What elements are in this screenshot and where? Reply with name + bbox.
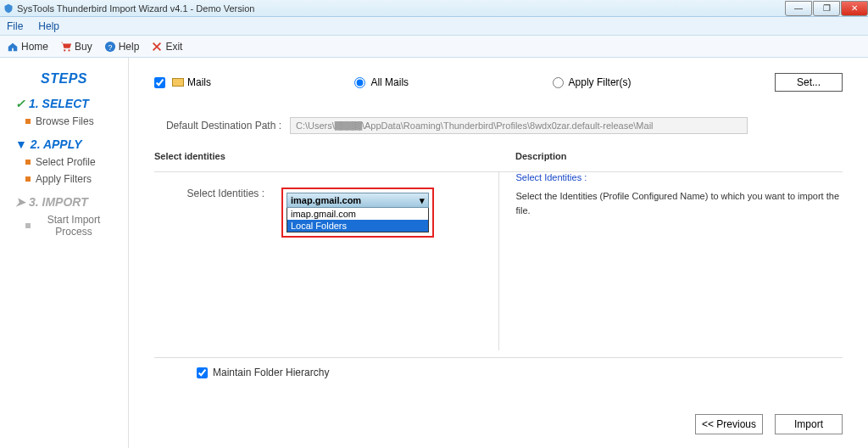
scope-radio-filter[interactable]: Apply Filter(s) bbox=[553, 76, 632, 88]
menu-file[interactable]: File bbox=[7, 20, 23, 32]
content-area: STEPS ✓1. SELECT Browse Files ▼2. APPLY … bbox=[0, 58, 868, 448]
destination-path-field bbox=[290, 117, 748, 134]
arrow-icon: ➤ bbox=[15, 195, 25, 209]
toolbar-home-label: Home bbox=[21, 41, 48, 53]
step-3: ➤3. IMPORT Start Import Process bbox=[0, 195, 128, 238]
mails-checkbox-group: Mails bbox=[154, 76, 211, 88]
exit-icon bbox=[151, 41, 163, 53]
cart-icon bbox=[60, 41, 72, 53]
app-icon bbox=[3, 3, 14, 14]
minimize-button[interactable]: — bbox=[785, 1, 812, 16]
set-button[interactable]: Set... bbox=[775, 73, 843, 92]
identities-dropdown-highlight: imap.gmail.com ▾ imap.gmail.com Local Fo… bbox=[281, 188, 434, 238]
options-row: Mails All Mails Apply Filter(s) Set... bbox=[154, 73, 843, 92]
destination-label: Default Destination Path : bbox=[154, 120, 290, 132]
previous-button[interactable]: << Previous bbox=[695, 414, 763, 434]
home-icon bbox=[7, 41, 19, 53]
identities-dropdown[interactable]: imap.gmail.com ▾ bbox=[287, 193, 429, 208]
destination-row: Default Destination Path : bbox=[154, 117, 843, 134]
apply-filter-radio[interactable] bbox=[553, 77, 564, 88]
select-identities-label: Select Identities : bbox=[154, 188, 281, 199]
titlebar: SysTools Thunderbird Import Wizard v4.1 … bbox=[0, 0, 868, 17]
step-2-sub-profile[interactable]: Select Profile bbox=[25, 156, 128, 168]
toolbar-help[interactable]: ? Help bbox=[104, 41, 140, 53]
dropdown-option-imap[interactable]: imap.gmail.com bbox=[287, 208, 428, 220]
step-1: ✓1. SELECT Browse Files bbox=[0, 97, 128, 127]
description-title: Select Identities : bbox=[516, 172, 843, 182]
scope-radio-all[interactable]: All Mails bbox=[354, 76, 409, 88]
toolbar-buy-label: Buy bbox=[75, 41, 92, 53]
maximize-button[interactable]: ❐ bbox=[813, 1, 840, 16]
mails-label: Mails bbox=[187, 76, 211, 88]
toolbar-home[interactable]: Home bbox=[7, 41, 48, 53]
bullet-icon bbox=[25, 160, 31, 165]
bullet-icon bbox=[25, 223, 31, 228]
mails-checkbox[interactable] bbox=[154, 77, 165, 88]
check-icon: ✓ bbox=[15, 97, 25, 110]
apply-filter-label: Apply Filter(s) bbox=[569, 76, 632, 88]
identities-pane: Select Identities : imap.gmail.com ▾ ima… bbox=[154, 172, 481, 350]
step-2-sub-filters[interactable]: Apply Filters bbox=[25, 173, 128, 185]
select-identities-row: Select Identities : imap.gmail.com ▾ ima… bbox=[154, 188, 481, 238]
identities-dropdown-list: imap.gmail.com Local Folders bbox=[287, 208, 429, 232]
bullet-icon bbox=[25, 119, 31, 124]
toolbar: Home Buy ? Help Exit bbox=[0, 36, 868, 58]
toolbar-exit[interactable]: Exit bbox=[151, 41, 182, 53]
step-1-title: ✓1. SELECT bbox=[15, 97, 128, 110]
step-2: ▼2. APPLY Select Profile Apply Filters bbox=[0, 137, 128, 185]
chevron-down-icon: ▾ bbox=[420, 195, 425, 206]
svg-text:?: ? bbox=[108, 42, 112, 51]
svg-point-1 bbox=[68, 49, 70, 51]
step-1-sub-browse[interactable]: Browse Files bbox=[25, 115, 128, 127]
steps-sidebar: STEPS ✓1. SELECT Browse Files ▼2. APPLY … bbox=[0, 58, 129, 448]
bullet-icon bbox=[25, 176, 31, 182]
maintain-hierarchy-label: Maintain Folder Hierarchy bbox=[213, 367, 329, 378]
separator bbox=[154, 357, 843, 358]
toolbar-exit-label: Exit bbox=[165, 41, 182, 53]
help-icon: ? bbox=[104, 41, 116, 53]
panes: Select Identities : imap.gmail.com ▾ ima… bbox=[154, 172, 843, 350]
all-mails-radio[interactable] bbox=[354, 77, 365, 88]
description-legend: Description bbox=[498, 151, 843, 161]
menu-help[interactable]: Help bbox=[38, 20, 59, 32]
svg-point-0 bbox=[64, 49, 65, 51]
step-2-title: ▼2. APPLY bbox=[15, 137, 128, 151]
dropdown-option-local[interactable]: Local Folders bbox=[287, 220, 428, 232]
step-3-sub-start: Start Import Process bbox=[25, 214, 128, 238]
step-3-title: ➤3. IMPORT bbox=[15, 195, 128, 209]
toolbar-help-label: Help bbox=[119, 41, 140, 53]
all-mails-label: All Mails bbox=[370, 76, 409, 88]
menubar: File Help bbox=[0, 17, 868, 36]
maintain-hierarchy-checkbox[interactable] bbox=[197, 367, 208, 378]
dropdown-selected-text: imap.gmail.com bbox=[291, 195, 361, 205]
mail-icon bbox=[172, 78, 184, 87]
steps-heading: STEPS bbox=[0, 71, 128, 87]
window-title: SysTools Thunderbird Import Wizard v4.1 … bbox=[17, 3, 254, 14]
description-pane: Select Identities : Select the Identitie… bbox=[498, 172, 843, 350]
toolbar-buy[interactable]: Buy bbox=[60, 41, 92, 53]
identities-legend: Select identities bbox=[154, 151, 481, 161]
filter-icon: ▼ bbox=[15, 137, 27, 151]
close-button[interactable]: ✕ bbox=[841, 1, 868, 16]
main-panel: Mails All Mails Apply Filter(s) Set... D… bbox=[129, 58, 868, 448]
import-button[interactable]: Import bbox=[775, 414, 843, 434]
maintain-hierarchy: Maintain Folder Hierarchy bbox=[197, 367, 843, 378]
description-body: Select the Identities (Profile Configure… bbox=[516, 189, 843, 217]
footer-buttons: << Previous Import bbox=[695, 414, 843, 434]
